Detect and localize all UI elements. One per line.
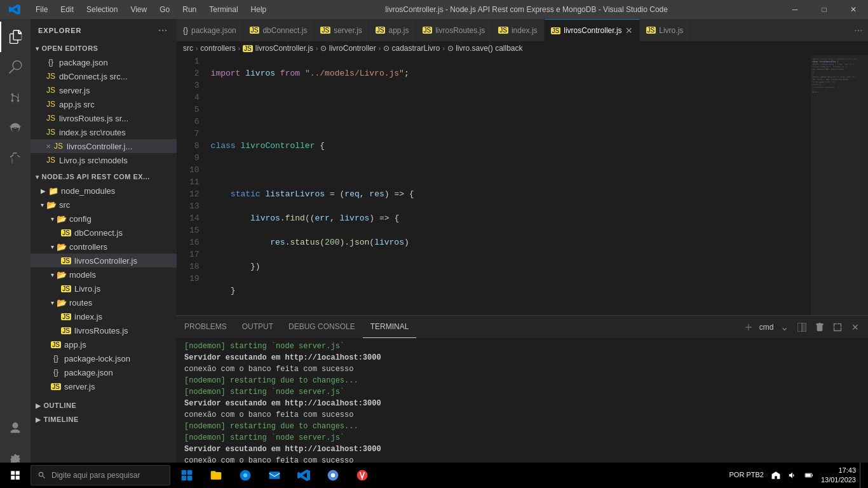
terminal-close-icon[interactable]: ✕ [848, 320, 863, 335]
timeline-section[interactable]: ▶ TIMELINE [31, 412, 177, 426]
tab-output[interactable]: OUTPUT [234, 316, 281, 338]
tree-file-package[interactable]: {} package.json [31, 365, 177, 379]
breadcrumb-method[interactable]: ⊙ cadastrarLivro [383, 44, 440, 53]
taskbar-datetime[interactable]: 17:43 13/01/2023 [817, 463, 860, 488]
folder-src[interactable]: ▾ 📂 src [31, 198, 177, 212]
project-section[interactable]: ▾ NODE.JS API REST COM EX... [31, 170, 177, 184]
menu-selection[interactable]: Selection [80, 0, 124, 19]
terminal-add-icon[interactable]: ⌄ [776, 320, 792, 335]
minimize-button[interactable]: ─ [780, 0, 810, 19]
menu-terminal[interactable]: Terminal [203, 0, 244, 19]
open-file-name: livrosRoutes.js sr... [59, 114, 128, 123]
breadcrumb-callback[interactable]: ⊙ livro.save() callback [447, 44, 523, 53]
breadcrumb-file[interactable]: livrosController.js [255, 44, 313, 53]
tree-file-package-lock[interactable]: {} package-lock.json [31, 351, 177, 365]
taskbar-app-widgets[interactable] [173, 463, 201, 488]
open-file-package-json[interactable]: {} package.json [31, 55, 177, 69]
taskbar-sound-icon[interactable] [784, 463, 801, 488]
tree-file-app[interactable]: JS app.js [31, 337, 177, 351]
activity-source-control-icon[interactable] [0, 83, 31, 113]
tab-debug-console[interactable]: DEBUG CONSOLE [281, 316, 363, 338]
tree-file-dbconnect[interactable]: JS dbConnect.js [31, 226, 177, 240]
terminal-content[interactable]: [nodemon] starting `node server.js` Serv… [177, 338, 868, 474]
close-button[interactable]: ✕ [839, 0, 868, 19]
maximize-button[interactable]: □ [810, 0, 839, 19]
tree-file-livro[interactable]: JS Livro.js [31, 281, 177, 295]
js-file-icon: JS [61, 285, 71, 292]
tab-terminal[interactable]: TERMINAL [363, 316, 417, 338]
open-file-server[interactable]: JS server.js [31, 83, 177, 97]
tab-index[interactable]: JS index.js [492, 19, 544, 41]
open-file-livrosroutes[interactable]: JS livrosRoutes.js sr... [31, 111, 177, 125]
activity-search-icon[interactable] [0, 52, 31, 83]
menu-go[interactable]: Go [153, 0, 176, 19]
folder-config[interactable]: ▾ 📂 config [31, 212, 177, 226]
open-file-index[interactable]: JS index.js src\routes [31, 125, 177, 139]
open-file-dbconnect[interactable]: JS dbConnect.js src... [31, 69, 177, 83]
taskbar-app-outlook[interactable] [261, 463, 288, 488]
js-file-icon: JS [61, 229, 71, 236]
tabs-overflow-button[interactable]: ··· [849, 19, 868, 41]
outline-section[interactable]: ▶ OUTLINE [31, 398, 177, 412]
terminal-split-icon[interactable] [794, 320, 810, 335]
activity-explorer-icon[interactable] [0, 22, 31, 52]
tab-label: Livro.js [659, 26, 683, 35]
taskbar-app-chrome[interactable] [319, 463, 347, 488]
open-file-livroscontroller[interactable]: ✕ JS livrosController.j... [31, 139, 177, 153]
timeline-arrow: ▶ [36, 416, 41, 423]
taskbar-search[interactable]: Digite aqui para pesquisar [31, 465, 170, 485]
folder-name: config [69, 214, 92, 224]
menu-file[interactable]: File [29, 0, 54, 19]
tab-dbconnect[interactable]: JS dbConnect.js [243, 19, 315, 41]
taskbar-battery-icon[interactable] [801, 463, 817, 488]
activity-debug-icon[interactable] [0, 113, 31, 144]
open-editors-section[interactable]: ▾ OPEN EDITORS [31, 41, 177, 55]
file-name: package-lock.json [64, 354, 130, 363]
breadcrumb-src[interactable]: src [183, 44, 193, 53]
menu-view[interactable]: View [124, 0, 153, 19]
menu-help[interactable]: Help [245, 0, 273, 19]
terminal-trash-icon[interactable] [812, 320, 827, 335]
tree-file-server[interactable]: JS server.js [31, 379, 177, 393]
tab-close-icon[interactable]: ✕ [625, 25, 633, 36]
terminal-new-icon[interactable] [741, 320, 756, 335]
open-file-name: dbConnect.js src... [59, 72, 128, 81]
tab-livro[interactable]: JS Livro.js [640, 19, 691, 41]
folder-controllers[interactable]: ▾ 📂 controllers [31, 240, 177, 254]
taskbar-network-icon[interactable] [768, 463, 784, 488]
tab-livrosroutes[interactable]: JS livrosRoutes.js [416, 19, 492, 41]
tree-file-livrosroutes[interactable]: JS livrosRoutes.js [31, 323, 177, 337]
menu-run[interactable]: Run [176, 0, 203, 19]
breadcrumb-controllers[interactable]: controllers [200, 44, 235, 53]
taskbar-app-edge[interactable] [231, 463, 259, 488]
activity-extensions-icon[interactable] [0, 144, 31, 174]
start-button[interactable] [0, 463, 31, 488]
code-editor[interactable]: 12345 678910 1112131415 16171819 import … [177, 55, 811, 315]
folder-node-modules[interactable]: ▶ 📁 node_modules [31, 184, 177, 198]
sidebar-more-icon[interactable]: ··· [157, 24, 169, 37]
tab-app[interactable]: JS app.js [369, 19, 416, 41]
taskbar-app-vivaldi[interactable] [348, 463, 376, 488]
taskbar-app-vscode[interactable] [290, 463, 318, 488]
tab-label: server.js [334, 26, 362, 35]
open-file-app[interactable]: JS app.js src [31, 97, 177, 111]
close-tab-icon[interactable]: ✕ [46, 143, 51, 150]
breadcrumb-class[interactable]: ⊙ livroController [320, 44, 376, 53]
tab-livroscontroller[interactable]: JS livrosController.js ✕ [545, 19, 640, 41]
taskbar-show-desktop[interactable] [860, 463, 868, 488]
tree-file-index[interactable]: JS index.js [31, 309, 177, 323]
js-file-icon: JS [61, 327, 71, 334]
menu-edit[interactable]: Edit [54, 0, 80, 19]
breadcrumb-sep5: › [443, 45, 445, 52]
taskbar-language[interactable]: POR PTB2 [726, 463, 768, 488]
tree-file-livroscontroller[interactable]: JS livrosController.js [31, 254, 177, 268]
terminal-maximize-icon[interactable] [830, 320, 845, 335]
folder-routes[interactable]: ▾ 📂 routes [31, 295, 177, 309]
tab-problems[interactable]: PROBLEMS [177, 316, 234, 338]
tab-server[interactable]: JS server.js [314, 19, 369, 41]
activity-account-icon[interactable] [0, 413, 31, 444]
folder-models[interactable]: ▾ 📂 models [31, 268, 177, 281]
tab-package-json[interactable]: {} package.json [177, 19, 243, 41]
taskbar-app-files[interactable] [202, 463, 230, 488]
open-file-livro[interactable]: JS Livro.js src\models [31, 153, 177, 167]
